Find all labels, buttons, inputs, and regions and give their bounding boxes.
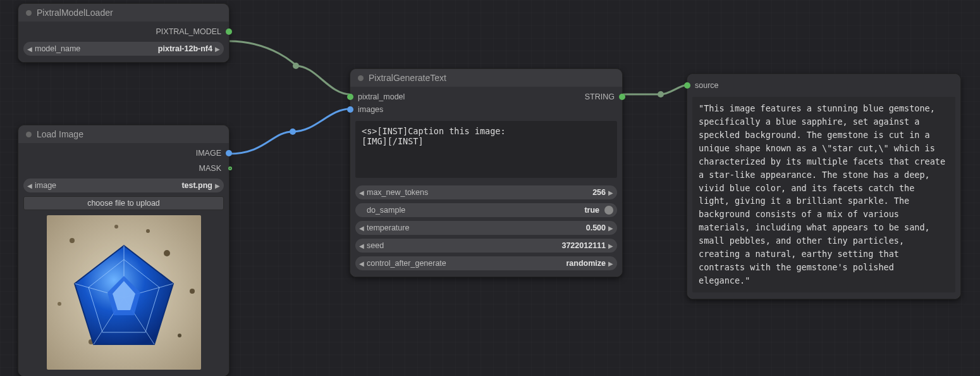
param-model-name[interactable]: ◀ model_name pixtral-12b-nf4 ▶ <box>23 42 224 56</box>
param-max-new-tokens[interactable]: ◀ max_new_tokens 256 ▶ <box>355 185 617 199</box>
collapse-dot-icon[interactable] <box>26 10 32 16</box>
image-preview <box>47 215 201 370</box>
node-header[interactable]: PixtralModelLoader <box>18 4 229 22</box>
svg-point-4 <box>70 238 75 243</box>
input-port-images[interactable]: images <box>355 103 617 116</box>
svg-point-0 <box>293 63 299 69</box>
choose-file-button[interactable]: choose file to upload <box>23 196 224 210</box>
param-seed[interactable]: ◀ seed 3722012111 ▶ <box>355 239 617 253</box>
chevron-left-icon[interactable]: ◀ <box>27 182 32 189</box>
port-dot-icon[interactable] <box>228 166 232 170</box>
chevron-left-icon[interactable]: ◀ <box>359 225 364 232</box>
chevron-left-icon[interactable]: ◀ <box>27 46 32 53</box>
collapse-dot-icon[interactable] <box>26 132 32 137</box>
port-dot-icon[interactable] <box>347 94 353 100</box>
svg-point-10 <box>190 289 195 294</box>
result-text: "This image features a stunning blue gem… <box>692 97 955 292</box>
port-dot-icon[interactable] <box>684 82 690 89</box>
chevron-left-icon[interactable]: ◀ <box>359 242 364 249</box>
chevron-right-icon[interactable]: ▶ <box>608 225 613 232</box>
node-source-output[interactable]: source "This image features a stunning b… <box>687 73 961 299</box>
node-pixtral-generate-text[interactable]: PixtralGenerateText pixtral_model STRING… <box>350 68 623 277</box>
toggle-knob-icon[interactable] <box>604 206 613 215</box>
chevron-right-icon[interactable]: ▶ <box>608 242 613 249</box>
collapse-dot-icon[interactable] <box>358 75 364 81</box>
svg-point-11 <box>114 225 118 229</box>
svg-point-1 <box>290 128 296 135</box>
param-image-file[interactable]: ◀ image test.png ▶ <box>23 179 224 192</box>
port-dot-icon[interactable] <box>226 150 232 156</box>
input-port-source[interactable]: source <box>692 79 955 92</box>
output-port-mask[interactable]: MASK <box>23 162 224 175</box>
svg-point-9 <box>146 229 150 233</box>
input-port-pixtral-model[interactable]: pixtral_model STRING <box>355 91 617 103</box>
node-header[interactable]: PixtralGenerateText <box>350 69 622 87</box>
chevron-left-icon[interactable]: ◀ <box>359 189 364 196</box>
param-control-after-generate[interactable]: ◀ control_after_generate randomize ▶ <box>355 256 617 270</box>
port-dot-icon[interactable] <box>347 106 353 113</box>
chevron-right-icon[interactable]: ▶ <box>215 46 220 53</box>
node-title: PixtralModelLoader <box>37 8 113 18</box>
param-do-sample[interactable]: do_sample true <box>355 203 617 217</box>
prompt-textarea[interactable]: <s>[INST]Caption this image: [IMG][/INST… <box>355 121 617 178</box>
output-port-image[interactable]: IMAGE <box>23 147 224 160</box>
port-dot-icon[interactable] <box>226 28 232 35</box>
node-title: Load Image <box>37 129 83 139</box>
chevron-right-icon[interactable]: ▶ <box>608 189 613 196</box>
node-pixtral-model-loader[interactable]: PixtralModelLoader PIXTRAL_MODEL ◀ model… <box>18 3 230 63</box>
node-load-image[interactable]: Load Image IMAGE MASK ◀ image test.png ▶… <box>18 125 230 376</box>
output-port-pixtral-model[interactable]: PIXTRAL_MODEL <box>23 25 224 38</box>
node-title: PixtralGenerateText <box>369 73 446 83</box>
svg-point-7 <box>178 334 181 337</box>
chevron-right-icon[interactable]: ▶ <box>215 182 220 189</box>
svg-point-2 <box>658 91 664 97</box>
port-dot-icon[interactable] <box>619 94 625 100</box>
svg-point-5 <box>164 250 170 256</box>
node-header[interactable]: Load Image <box>18 125 229 143</box>
svg-point-8 <box>58 302 61 306</box>
param-temperature[interactable]: ◀ temperature 0.500 ▶ <box>355 221 617 235</box>
chevron-left-icon[interactable]: ◀ <box>359 260 364 267</box>
chevron-right-icon[interactable]: ▶ <box>608 260 613 267</box>
